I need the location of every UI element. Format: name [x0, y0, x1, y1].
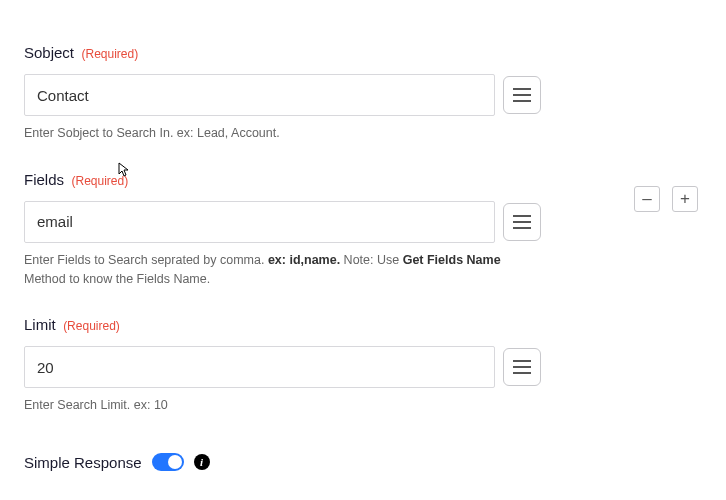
sobject-help-text: Enter Sobject to Search In. ex: Lead, Ac… — [24, 124, 541, 143]
fields-options-button[interactable] — [503, 203, 541, 241]
sobject-field-group: Sobject (Required) Enter Sobject to Sear… — [24, 44, 541, 143]
hamburger-icon — [513, 215, 531, 229]
hamburger-icon — [513, 360, 531, 374]
fields-help-text: Enter Fields to Search seprated by comma… — [24, 251, 541, 289]
simple-response-toggle[interactable] — [152, 453, 184, 471]
sobject-options-button[interactable] — [503, 76, 541, 114]
hamburger-icon — [513, 88, 531, 102]
sobject-label: Sobject — [24, 44, 74, 61]
limit-field-group: Limit (Required) Enter Search Limit. ex:… — [24, 316, 541, 415]
fields-field-group: Fields (Required) Enter Fields to Search… — [24, 171, 541, 289]
limit-options-button[interactable] — [503, 348, 541, 386]
remove-field-button[interactable]: – — [634, 186, 660, 212]
add-field-button[interactable]: + — [672, 186, 698, 212]
limit-help-text: Enter Search Limit. ex: 10 — [24, 396, 541, 415]
limit-label: Limit — [24, 316, 56, 333]
sobject-required-tag: (Required) — [82, 47, 139, 61]
field-repeater-controls: – + — [634, 186, 698, 212]
simple-response-row: Simple Response i — [24, 453, 541, 471]
sobject-input[interactable] — [24, 74, 495, 116]
fields-required-tag: (Required) — [71, 174, 128, 188]
fields-input[interactable] — [24, 201, 495, 243]
info-icon[interactable]: i — [194, 454, 210, 470]
limit-required-tag: (Required) — [63, 319, 120, 333]
fields-label: Fields — [24, 171, 64, 188]
limit-input[interactable] — [24, 346, 495, 388]
toggle-knob — [168, 455, 182, 469]
simple-response-label: Simple Response — [24, 454, 142, 471]
